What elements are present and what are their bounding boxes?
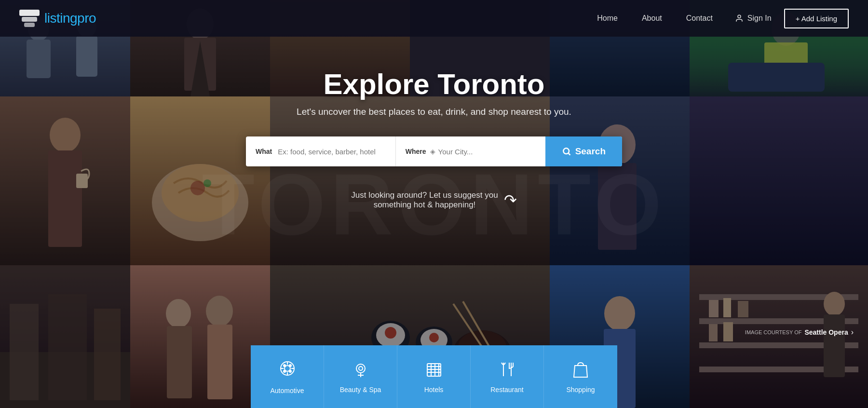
- restaurant-label: Restaurant: [490, 386, 523, 394]
- shopping-label: Shopping: [566, 386, 595, 394]
- search-where-input[interactable]: [438, 148, 536, 156]
- nav-contact[interactable]: Contact: [677, 10, 722, 27]
- automotive-icon: [278, 359, 297, 382]
- automotive-label: Automotive: [270, 387, 304, 394]
- logo[interactable]: listingpro: [19, 10, 96, 27]
- restaurant-icon: [498, 360, 517, 381]
- search-what-input[interactable]: [278, 148, 386, 156]
- nav-home[interactable]: Home: [587, 10, 627, 27]
- shopping-icon: [571, 360, 590, 381]
- svg-rect-68: [24, 23, 35, 27]
- category-automotive[interactable]: Automotive: [251, 345, 324, 408]
- location-dot-icon: ◈: [430, 148, 435, 155]
- suggest-line-1: Just looking around? Let us suggest you: [351, 190, 498, 200]
- image-courtesy[interactable]: IMAGE COURTESY OF Seattle Opera ›: [745, 328, 854, 337]
- search-btn-label: Search: [575, 146, 606, 157]
- category-shopping[interactable]: Shopping: [544, 345, 617, 408]
- suggest-text-content: Just looking around? Let us suggest you …: [351, 190, 498, 210]
- user-icon: [735, 14, 744, 23]
- search-bar: What Where ◈ Search: [246, 136, 622, 166]
- hotels-label: Hotels: [424, 386, 444, 394]
- search-icon: [562, 147, 571, 156]
- svg-point-78: [284, 365, 285, 367]
- svg-point-80: [284, 370, 285, 372]
- hotels-icon: [424, 360, 444, 381]
- nav-signin[interactable]: Sign In: [727, 10, 779, 27]
- image-courtesy-prefix: IMAGE COURTESY OF: [745, 329, 802, 335]
- search-button[interactable]: Search: [545, 136, 622, 166]
- svg-point-70: [563, 148, 569, 154]
- category-hotels[interactable]: Hotels: [397, 345, 471, 408]
- search-what-label: What: [256, 148, 272, 155]
- category-beauty-spa[interactable]: Beauty & Spa: [324, 345, 397, 408]
- logo-text: listingpro: [44, 11, 96, 26]
- svg-rect-67: [22, 17, 37, 22]
- logo-icon: [19, 10, 40, 27]
- categories: Automotive Beauty & Spa Hotels: [251, 345, 617, 408]
- image-courtesy-arrow: ›: [851, 328, 854, 337]
- suggest-text: Just looking around? Let us suggest you …: [351, 190, 516, 210]
- svg-rect-66: [19, 10, 40, 16]
- nav-links: Home About Contact Sign In + Add Listing: [587, 9, 849, 28]
- svg-point-69: [738, 15, 741, 18]
- hero-subtitle: Let's uncover the best places to eat, dr…: [297, 107, 571, 117]
- image-courtesy-brand: Seattle Opera: [804, 328, 848, 336]
- logo-text-accent: pro: [77, 11, 96, 26]
- hero-title: Explore Toronto: [324, 68, 545, 101]
- beauty-spa-label: Beauty & Spa: [340, 386, 381, 394]
- hero-content: Explore Toronto Let's uncover the best p…: [0, 68, 868, 210]
- nav-about[interactable]: About: [632, 10, 672, 27]
- svg-point-79: [289, 365, 291, 367]
- add-listing-button[interactable]: + Add Listing: [784, 9, 849, 28]
- svg-point-81: [289, 370, 291, 372]
- arrow-icon: ↷: [504, 191, 517, 209]
- suggest-line-2: something hot & happening!: [351, 200, 498, 210]
- search-what-section: What: [246, 136, 396, 166]
- svg-point-83: [359, 367, 363, 370]
- search-where-section: Where ◈: [396, 136, 545, 166]
- navbar: listingpro Home About Contact Sign In + …: [0, 0, 868, 37]
- beauty-spa-icon: [351, 360, 370, 381]
- signin-label: Sign In: [747, 14, 772, 23]
- svg-point-82: [356, 364, 365, 373]
- logo-text-main: listing: [44, 11, 77, 26]
- search-where-label: Where: [406, 148, 426, 155]
- category-restaurant[interactable]: Restaurant: [471, 345, 544, 408]
- svg-line-71: [569, 153, 570, 155]
